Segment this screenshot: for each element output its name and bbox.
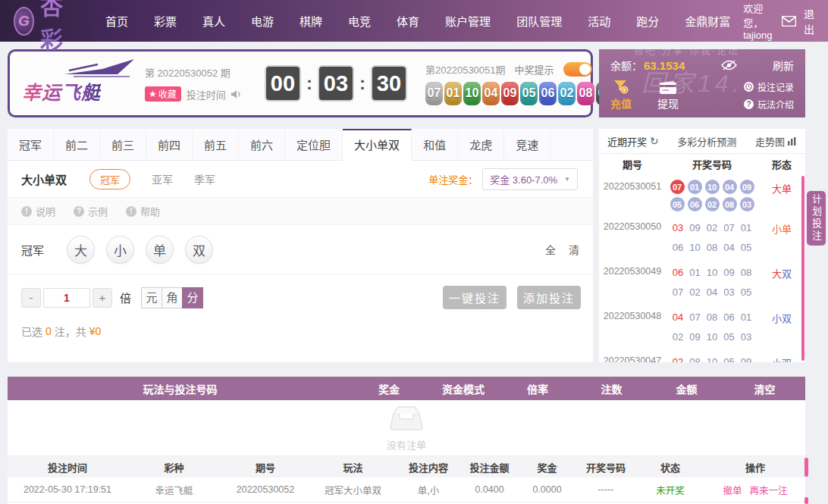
bank-card-icon [659,80,677,95]
sidebar-scrollbar[interactable] [801,176,804,361]
favorite-button[interactable]: ★收藏 [145,86,181,102]
withdraw-button[interactable]: 提现 [657,80,679,111]
play-tab-大小单双[interactable]: 大小单双 [343,129,412,161]
nav-items: 首页彩票真人电游棋牌电竞体育账户管理团队管理活动跑分金鼎财富 [93,13,743,29]
play-tab-龙虎[interactable]: 龙虎 [458,129,504,160]
quick-bet-button[interactable]: 一键投注 [443,286,507,309]
unit-分[interactable]: 分 [182,287,203,308]
nav-item-电竞[interactable]: 电竞 [335,13,384,29]
draw-number: 04 [673,308,683,327]
nav-item-电游[interactable]: 电游 [238,13,287,29]
recent-tab-多彩分析预测[interactable]: 多彩分析预测 [677,134,736,149]
countdown-seconds: 30 [371,65,407,102]
play-tab-和值[interactable]: 和值 [412,129,458,160]
balance-label: 余额： [610,58,642,73]
recent-col-期号: 期号 [599,157,666,171]
betslip-col-倍率: 倍率 [501,381,574,396]
play-tab-冠军[interactable]: 冠军 [8,129,54,160]
selected-amount: ¥0 [89,325,102,337]
subtab-季军[interactable]: 季军 [194,171,215,186]
bonus-select[interactable]: 奖金 3.60-7.0% ▼ [482,168,578,190]
nav-item-活动[interactable]: 活动 [575,13,623,29]
plan-bet-tab[interactable]: 计划投注 [807,191,826,246]
unit-角[interactable]: 角 [162,287,183,308]
subtab-亚军[interactable]: 亚军 [152,171,173,186]
draw-number: 09 [689,218,700,238]
records-scrollbar[interactable] [804,458,808,477]
play-tab-前五[interactable]: 前五 [193,129,239,160]
draw-number: 05 [741,283,751,302]
add-bet-button[interactable]: 添加投注 [517,286,581,309]
draw-pattern: 大单 [758,178,805,213]
speaker-icon[interactable] [231,89,242,99]
question-icon: ? [744,99,754,109]
recent-draw-row: 202205300470208100509小双 [599,349,805,362]
multiplier-minus-button[interactable]: - [21,288,41,308]
bet-option-大[interactable]: 大 [67,236,95,264]
draw-number-line: 0209100503 [666,327,758,347]
nav-item-彩票[interactable]: 彩票 [141,13,190,29]
record-cell: 冠军大小单双 [310,483,396,497]
draw-numbers: 03090207010610080405 [666,218,758,258]
refresh-balance-button[interactable]: 刷新 [773,58,794,73]
draw-pattern: 小单 [758,218,805,258]
unit-元[interactable]: 元 [141,287,162,308]
nav-item-团队管理[interactable]: 团队管理 [503,13,575,29]
play-tab-前四[interactable]: 前四 [146,129,193,160]
nav-item-账户管理[interactable]: 账户管理 [432,13,503,29]
play-tab-前二[interactable]: 前二 [54,129,100,160]
subtab-冠军[interactable]: 冠军 [89,169,130,189]
win-tip-toggle[interactable] [563,62,592,77]
recent-tab-走势图[interactable]: 走势图 [755,134,797,149]
draw-number: 02 [673,352,683,362]
play-tab-竞速[interactable]: 竞速 [504,129,550,160]
pattern-char: 大 [772,268,782,280]
recent-tabs: 近期开奖 ↻多彩分析预测走势图 [599,129,805,154]
multiplier-input[interactable] [43,288,90,308]
toggle-knob [579,64,591,75]
nav-item-金鼎财富[interactable]: 金鼎财富 [672,13,743,29]
logout-button[interactable]: 退出 [804,6,814,36]
pattern-char: 单 [782,224,792,235]
draw-ball: 02 [705,197,720,211]
nav-item-真人[interactable]: 真人 [190,13,238,29]
multiplier-plus-button[interactable]: + [93,288,112,308]
recharge-button[interactable]: ¥ 充值 [610,80,632,111]
betslip-col-清空[interactable]: 清空 [724,381,805,396]
wallet-panel: 余额： 63.1534 刷新 ¥ 充值 提现 投注记录 [599,49,805,117]
win-tip-label: 中奖提示 [515,62,554,77]
play-tab-前六[interactable]: 前六 [239,129,285,160]
nav-item-首页[interactable]: 首页 [93,13,141,29]
hint-帮助[interactable]: !帮助 [126,204,160,218]
select-all-button[interactable]: 全 [545,242,556,257]
nav-item-棋牌[interactable]: 棋牌 [287,13,335,29]
bet-record-link[interactable]: 投注记录 [744,80,794,93]
nav-item-体育[interactable]: 体育 [384,13,432,29]
bet-option-单[interactable]: 单 [146,236,174,264]
pattern-char: 小 [772,313,782,324]
trend-chart-icon [788,136,797,147]
site-logo[interactable]: G 杏彩 [14,0,73,55]
action-撤单[interactable]: 撤单 [723,486,742,496]
action-再来一注[interactable]: 再来一注 [750,486,788,496]
draw-number: 07 [673,283,683,302]
last-issue-label: 第20220530051期 [425,62,506,77]
records-scrollbar[interactable] [804,497,808,504]
play-tab-定位胆[interactable]: 定位胆 [285,129,343,160]
draw-number: 07 [689,308,700,327]
eye-off-icon[interactable] [721,60,737,70]
recent-tab-近期开奖[interactable]: 近期开奖 ↻ [607,134,659,149]
draw-number: 06 [673,238,683,258]
bet-option-双[interactable]: 双 [185,236,213,264]
betslip-col-注数: 注数 [574,381,649,396]
nav-item-跑分[interactable]: 跑分 [623,13,672,29]
draw-numbers: 0208100509 [666,352,758,362]
play-tab-前三[interactable]: 前三 [100,129,146,160]
bet-option-小[interactable]: 小 [106,236,134,264]
play-intro-link[interactable]: ? 玩法介绍 [744,98,794,111]
hint-说明[interactable]: !说明 [21,204,55,218]
clear-selection-button[interactable]: 清 [569,242,579,257]
hint-示例[interactable]: ?示例 [74,204,108,218]
draw-number-line: 0702040305 [666,283,758,302]
mail-icon[interactable] [782,16,796,27]
